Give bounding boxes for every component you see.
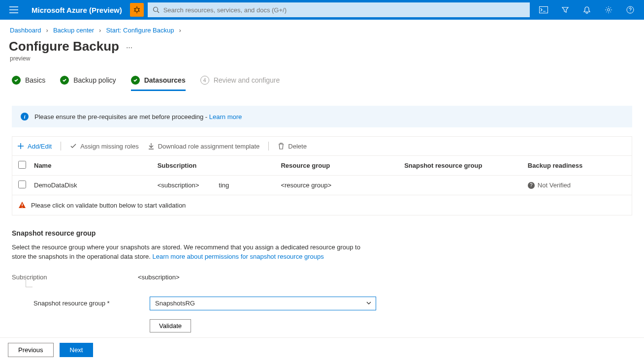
check-circle-icon [60,76,69,85]
search-box[interactable] [148,2,530,17]
validation-warning-row: Please click on validate button below to… [12,195,632,215]
cell-subscription: <subscription> [158,181,199,189]
more-menu-icon[interactable]: ··· [126,41,132,52]
snapshot-section: Snapshot resource group Select the resou… [0,215,644,332]
top-bar: Microsoft Azure (Preview) [0,0,644,20]
stepper-tabs: Basics Backup policy Datasources 4 Revie… [0,71,644,96]
topbar-icons [534,0,640,20]
search-input[interactable] [163,6,525,14]
learn-more-link[interactable]: Learn more [209,113,242,121]
brand-label[interactable]: Microsoft Azure (Preview) [28,6,126,14]
step-basics[interactable]: Basics [12,71,45,91]
subscription-label: Subscription [12,273,138,281]
hamburger-icon[interactable] [4,0,24,20]
breadcrumb-item[interactable]: Backup center [53,27,94,34]
search-icon [153,6,160,13]
col-snapshot-rg: Snapshot resource group [404,162,528,169]
svg-point-3 [608,9,610,11]
info-icon: i [21,113,29,121]
toolbar-sep [61,142,61,151]
step-review[interactable]: 4 Review and configure [200,71,280,91]
check-circle-icon [131,76,140,85]
breadcrumb-sep: › [46,27,48,34]
download-template-button[interactable]: Download role assignment template [148,143,260,150]
validate-button[interactable]: Validate [150,319,191,332]
step-backup-policy[interactable]: Backup policy [60,71,116,91]
info-text: Please ensure the pre-requisites are met… [34,113,209,121]
download-icon [148,143,155,150]
cell-resource-group: <resource group> [281,181,404,189]
step-datasources[interactable]: Datasources [131,71,186,91]
settings-icon[interactable] [599,0,618,20]
cell-subscription-extra: ting [219,181,229,189]
assign-roles-button[interactable]: Assign missing roles [70,143,139,150]
cell-name: DemoDataDisk [34,181,158,189]
tree-connector [26,282,34,295]
warning-text: Please click on validate button below to… [31,202,186,209]
datasource-panel: Add/Edit Assign missing roles Download r… [12,136,632,215]
check-circle-icon [12,76,21,85]
info-banner: i Please ensure the pre-requisites are m… [12,106,632,127]
snapshot-rg-label: Snapshot resource group * [12,300,138,307]
section-heading: Snapshot resource group [12,229,632,237]
preview-bug-icon[interactable] [130,3,144,17]
trash-icon [278,143,285,150]
col-readiness: Backup readiness [528,162,629,169]
panel-toolbar: Add/Edit Assign missing roles Download r… [12,137,632,156]
breadcrumb: Dashboard › Backup center › Start: Confi… [0,20,644,38]
step-number-icon: 4 [200,76,209,85]
delete-button[interactable]: Delete [278,143,307,150]
table-header-row: Name Subscription Resource group Snapsho… [12,156,632,176]
breadcrumb-item[interactable]: Dashboard [10,27,41,34]
svg-point-0 [135,8,139,12]
row-checkbox[interactable] [18,181,26,188]
plus-icon [17,143,24,150]
notifications-icon[interactable] [577,0,597,20]
warning-icon [18,201,26,209]
help-icon[interactable] [620,0,640,20]
directory-filter-icon[interactable] [555,0,575,20]
col-resource-group: Resource group [281,162,404,169]
page-subtitle: preview [0,54,644,71]
snapshot-learn-more-link[interactable]: Learn more about permissions for snapsho… [152,253,323,260]
table-row: DemoDataDisk <subscription> ting <resour… [12,176,632,195]
breadcrumb-item[interactable]: Start: Configure Backup [106,27,174,34]
step-label: Datasources [144,76,186,84]
snapshot-rg-select-wrap: SnapshotsRG [150,297,376,310]
breadcrumb-sep: › [99,27,101,34]
page-title: Configure Backup [9,39,119,54]
step-label: Backup policy [73,76,116,84]
step-label: Basics [25,76,45,84]
col-subscription: Subscription [158,162,281,169]
question-icon: ? [528,182,535,189]
cloud-shell-icon[interactable] [534,0,553,20]
col-name: Name [34,162,158,169]
step-label: Review and configure [214,76,280,84]
select-all-checkbox[interactable] [18,161,26,169]
svg-rect-2 [540,7,548,13]
checkmark-icon [70,143,77,150]
toolbar-sep [268,142,269,151]
breadcrumb-sep: › [179,27,181,34]
cell-readiness: ? Not Verified [528,181,629,189]
title-row: Configure Backup ··· [0,38,644,54]
subscription-value: <subscription> [138,273,180,281]
svg-point-1 [153,7,158,12]
snapshot-rg-select[interactable]: SnapshotsRG [150,297,376,310]
add-edit-button[interactable]: Add/Edit [17,143,52,150]
